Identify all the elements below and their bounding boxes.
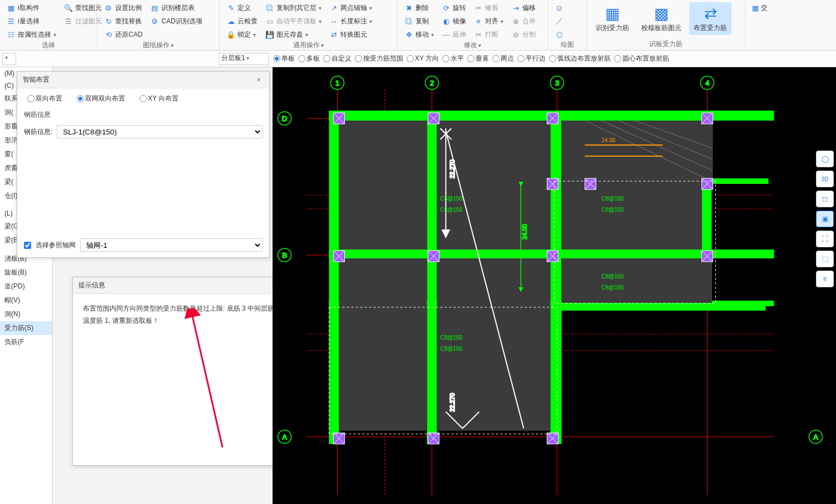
svg-text:C8@150: C8@150 [602, 273, 624, 280]
group-slab-label: 识板受力筋 [591, 39, 740, 50]
btn-split[interactable]: ⊘分割 [509, 29, 538, 41]
btn-check-slab[interactable]: ▩校核板筋图元 [637, 2, 686, 35]
radio-多板[interactable]: 多板 [298, 54, 320, 63]
btn-lock[interactable]: 🔒锁定 [224, 29, 260, 41]
svg-text:22.270: 22.270 [449, 159, 456, 178]
btn-bulk-select[interactable]: ☰i量选择 [4, 16, 58, 27]
btn-rotate[interactable]: ⟳旋转 [439, 2, 468, 14]
view-layers-icon[interactable]: ≡ [816, 271, 834, 287]
btn-select-by-prop[interactable]: ☷按属性选择 [4, 29, 58, 41]
sel-layer[interactable]: 分层板1 [219, 53, 269, 65]
btn-detect-rebar[interactable]: ▦识别受力筋 [591, 2, 634, 35]
sel-1[interactable] [2, 53, 16, 65]
btn-cloud-check[interactable]: ☁云检查 [224, 16, 260, 27]
view-orbit-icon[interactable]: ◯ [816, 151, 834, 167]
group-select-label: 选择 [4, 41, 92, 51]
btn-detect-floor[interactable]: ▤识别楼层表 [148, 2, 204, 14]
group-modify-label[interactable]: 修改 [402, 41, 543, 51]
btn-intersect[interactable]: ▦交 [750, 2, 766, 14]
smart-radio-双网双向布置[interactable]: 双网双向布置 [77, 94, 125, 103]
btn-extend[interactable]: —延伸 [439, 29, 468, 41]
radio-平行边[interactable]: 平行边 [517, 54, 546, 63]
btn-convert-elem[interactable]: ⇄转换图元 [327, 29, 374, 41]
svg-rect-43 [562, 258, 712, 303]
smart-radio-双向布置[interactable]: 双向布置 [27, 94, 62, 103]
view-region-icon[interactable]: ⬚ [816, 251, 834, 267]
btn-trim[interactable]: ✂修剪 [472, 2, 506, 14]
btn-cad-options[interactable]: ⚙CAD识别选项 [148, 16, 204, 27]
tree-item[interactable]: 洞(N) [0, 307, 52, 321]
btn-copy-floor[interactable]: ⿻复制到其它层 [263, 2, 324, 14]
btn-length-dim[interactable]: ↔长度标注 [327, 16, 374, 27]
btn-restore-cad[interactable]: ⟲还原CAD [102, 29, 145, 41]
btn-save-elem[interactable]: 💾图元存盘 [263, 29, 324, 41]
radio-弧线边布置放射筋[interactable]: 弧线边布置放射筋 [549, 54, 611, 63]
group-common-label[interactable]: 通用操作 [224, 41, 393, 51]
svg-rect-36 [555, 305, 766, 311]
radio-单板[interactable]: 单板 [273, 54, 295, 63]
btn-merge[interactable]: ⊕合并 [509, 16, 538, 27]
view-fit-icon[interactable]: ⛶ [816, 231, 834, 247]
btn-delete[interactable]: ✖删除 [402, 2, 436, 14]
svg-text:D: D [282, 114, 287, 123]
radio-垂直[interactable]: 垂直 [467, 54, 489, 63]
option-bar: 分层板1 单板多板自定义按受力筋范围XY 方向水平垂直两点平行边弧线边布置放射筋… [0, 51, 836, 67]
svg-text:24.00: 24.00 [521, 224, 528, 239]
svg-text:C8@150: C8@150 [441, 196, 463, 202]
drawing-canvas[interactable]: 1234 DBAA [273, 67, 836, 504]
axis-select[interactable]: 轴网-1 [80, 238, 263, 252]
btn-mirror[interactable]: ◐镜像 [439, 16, 468, 27]
svg-rect-41 [339, 258, 427, 431]
view-3d-icon[interactable]: 3D [816, 171, 834, 187]
svg-text:C8@150: C8@150 [602, 285, 624, 291]
svg-text:C8@150: C8@150 [441, 346, 463, 352]
btn-find-replace[interactable]: ↻查找替换 [102, 16, 145, 27]
radio-圆心布置放射筋[interactable]: 圆心布置放射筋 [614, 54, 669, 63]
btn-two-point-axis[interactable]: ↗两点辅轴 [327, 2, 374, 14]
svg-text:A: A [282, 433, 287, 441]
btn-break[interactable]: ✂打断 [472, 29, 506, 41]
smart-title: 智能布置 [23, 75, 50, 84]
draw-poly[interactable]: ⬡ [552, 29, 566, 40]
svg-text:C8@150: C8@150 [441, 207, 463, 213]
svg-rect-33 [427, 111, 437, 444]
tree-item[interactable]: 道(PD) [0, 280, 52, 293]
svg-rect-39 [437, 121, 551, 249]
view-top-icon[interactable]: ◻ [816, 191, 834, 207]
radio-按受力筋范围[interactable]: 按受力筋范围 [355, 54, 403, 63]
view-iso-icon[interactable]: ▣ [816, 211, 834, 227]
group-drawing-label[interactable]: 图纸操作 [102, 41, 215, 51]
btn-auto-top[interactable]: ▭自动平齐顶板 [263, 16, 324, 27]
svg-text:1: 1 [335, 79, 339, 87]
btn-move[interactable]: ✥移动 [402, 29, 436, 41]
svg-text:C8@150: C8@150 [602, 207, 624, 213]
rebar-field-label: 钢筋信息: [24, 127, 52, 137]
group-draw-label: 绘图 [552, 40, 582, 51]
btn-define[interactable]: ✎定义 [224, 2, 260, 14]
radio-两点[interactable]: 两点 [492, 54, 514, 63]
msg-title: 提示信息 [78, 281, 105, 290]
smart-radio-XY 向布置[interactable]: XY 向布置 [140, 94, 179, 103]
tree-item[interactable]: 帽(V) [0, 293, 52, 307]
svg-text:24.00: 24.00 [602, 137, 616, 143]
btn-set-scale[interactable]: ⚙设置比例 [102, 2, 145, 14]
draw-point[interactable]: ⊙ [552, 2, 566, 13]
btn-align[interactable]: ≡对齐 [472, 16, 506, 27]
btn-layout-rebar[interactable]: ⇄布置受力筋 [689, 2, 731, 35]
smart-close-icon[interactable]: × [254, 76, 264, 84]
draw-line[interactable]: ／ [552, 16, 566, 27]
chk-ref-axis[interactable] [24, 242, 31, 249]
btn-copy[interactable]: ⿻复制 [402, 16, 436, 27]
btn-offset[interactable]: ⇥偏移 [509, 2, 538, 14]
svg-rect-38 [339, 121, 427, 249]
tree-item[interactable]: 旋板(B) [0, 266, 52, 280]
svg-rect-34 [551, 111, 562, 444]
radio-水平[interactable]: 水平 [442, 54, 464, 63]
radio-XY 方向[interactable]: XY 方向 [407, 54, 439, 63]
radio-自定义[interactable]: 自定义 [323, 54, 352, 63]
btn-pick-component[interactable]: ▦i取构件 [4, 2, 58, 14]
rebar-select[interactable]: SLJ-1(C8@150) [57, 125, 263, 138]
svg-rect-32 [329, 111, 339, 444]
tree-item[interactable]: 负筋(F [0, 335, 52, 349]
tree-item[interactable]: 受力筋(S) [0, 321, 52, 335]
